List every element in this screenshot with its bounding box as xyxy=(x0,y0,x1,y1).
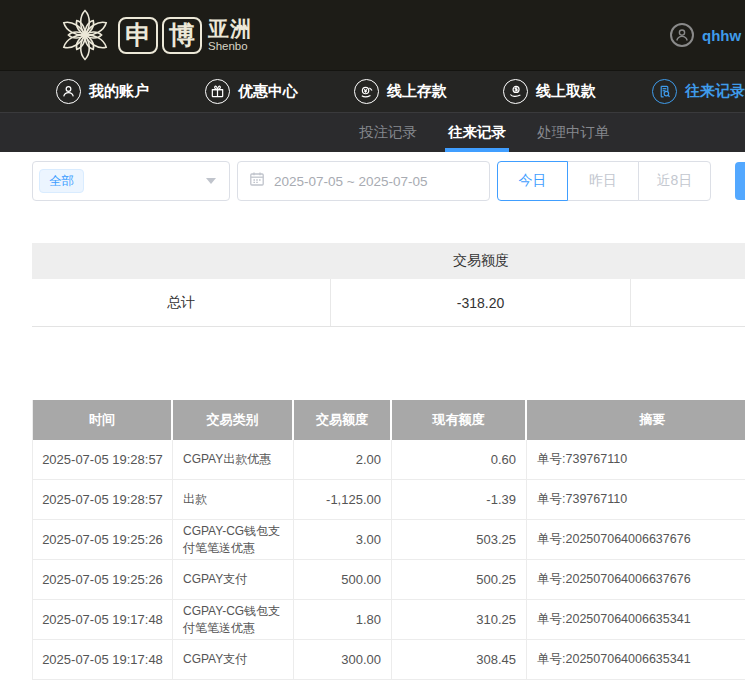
logo-region-text: 亚洲 xyxy=(208,18,252,40)
cell-amount: 500.00 xyxy=(294,560,392,600)
cell-summary: 单号:202507064006635341 xyxy=(527,640,745,680)
record-tabs: 投注记录 往来记录 处理中订单 xyxy=(0,112,745,152)
table-row: 2025-07-05 19:28:57 CGPAY出款优惠 2.00 0.60 … xyxy=(33,440,745,480)
table-row: 2025-07-05 19:25:26 CGPAY-CG钱包支付笔笔送优惠 3.… xyxy=(33,520,745,560)
table-row: 2025-07-05 19:17:48 CGPAY支付 300.00 308.4… xyxy=(33,640,745,680)
cell-balance: 310.25 xyxy=(392,600,527,640)
logo-char-bo: 博 xyxy=(162,17,202,54)
table-header-row: 时间 交易类别 交易额度 现有额度 摘要 xyxy=(33,400,745,440)
cell-balance: 0.60 xyxy=(392,440,527,480)
cell-amount: 1.80 xyxy=(294,600,392,640)
nav-item-online-withdraw[interactable]: 线上取款 xyxy=(503,79,596,104)
site-header: 申 博 亚洲 Shenbo qhhw xyxy=(0,0,745,70)
transactions-table: 时间 交易类别 交易额度 现有额度 摘要 2025-07-05 19:28:57… xyxy=(32,400,745,680)
quick-range-group: 今日 昨日 近8日 xyxy=(497,161,711,201)
summary-table: 交易额度 总计 -318.20 xyxy=(32,243,745,327)
nav-label: 我的账户 xyxy=(89,82,149,101)
nav-item-promotions[interactable]: 优惠中心 xyxy=(205,79,298,104)
summary-total-row: 总计 -318.20 xyxy=(32,279,745,327)
yesterday-button[interactable]: 昨日 xyxy=(567,161,639,201)
cell-balance: -1.39 xyxy=(392,480,527,520)
table-row: 2025-07-05 19:17:48 CGPAY-CG钱包支付笔笔送优惠 1.… xyxy=(33,600,745,640)
cell-summary: 单号:202507064006637676 xyxy=(527,520,745,560)
cell-summary: 单号:202507064006635341 xyxy=(527,600,745,640)
nav-label: 线上存款 xyxy=(387,82,447,101)
cell-time: 2025-07-05 19:25:26 xyxy=(33,560,173,600)
summary-header-spacer xyxy=(631,243,745,279)
tab-betting-records[interactable]: 投注记录 xyxy=(359,113,417,152)
deposit-icon xyxy=(354,79,379,104)
page: 申 博 亚洲 Shenbo qhhw 我的账户 xyxy=(0,0,745,680)
cell-type: 出款 xyxy=(173,480,294,520)
summary-empty-cell xyxy=(631,279,745,326)
table-row: 2025-07-05 19:25:26 CGPAY支付 500.00 500.2… xyxy=(33,560,745,600)
cell-type: CGPAY-CG钱包支付笔笔送优惠 xyxy=(173,600,294,640)
records-icon xyxy=(652,79,677,104)
col-header-balance: 现有额度 xyxy=(392,400,527,440)
cell-summary: 单号:202507064006637676 xyxy=(527,560,745,600)
cell-amount: 2.00 xyxy=(294,440,392,480)
brand-logo[interactable]: 申 博 亚洲 Shenbo xyxy=(56,7,252,63)
today-button[interactable]: 今日 xyxy=(497,161,568,201)
nav-item-transaction-records[interactable]: 往来记录 xyxy=(652,79,745,104)
logo-wordmark: 亚洲 Shenbo xyxy=(208,18,252,52)
cell-summary: 单号:739767110 xyxy=(527,440,745,480)
user-menu[interactable]: qhhw xyxy=(670,0,741,70)
table-row: 2025-07-05 19:28:57 出款 -1,125.00 -1.39 单… xyxy=(33,480,745,520)
summary-total-label: 总计 xyxy=(32,279,331,326)
cell-type: CGPAY支付 xyxy=(173,640,294,680)
nav-item-my-account[interactable]: 我的账户 xyxy=(56,79,149,104)
nav-item-online-deposit[interactable]: 线上存款 xyxy=(354,79,447,104)
nav-label: 往来记录 xyxy=(685,82,745,101)
cell-time: 2025-07-05 19:28:57 xyxy=(33,480,173,520)
cell-time: 2025-07-05 19:25:26 xyxy=(33,520,173,560)
cell-summary: 单号:739767110 xyxy=(527,480,745,520)
summary-header-label: 交易额度 xyxy=(331,243,631,279)
filter-bar: 全部 2025-07-05 ~ 2025-07-05 今日 昨日 近8日 xyxy=(32,161,745,201)
col-header-type: 交易类别 xyxy=(173,400,294,440)
summary-header-row: 交易额度 xyxy=(32,243,745,279)
nav-label: 优惠中心 xyxy=(238,82,298,101)
user-account-icon xyxy=(56,79,81,104)
type-select[interactable]: 全部 xyxy=(32,161,230,201)
cell-time: 2025-07-05 19:17:48 xyxy=(33,600,173,640)
logo-char-shen: 申 xyxy=(118,17,158,54)
cell-time: 2025-07-05 19:28:57 xyxy=(33,440,173,480)
cell-balance: 308.45 xyxy=(392,640,527,680)
tab-transaction-records[interactable]: 往来记录 xyxy=(448,113,506,152)
nav-label: 线上取款 xyxy=(536,82,596,101)
cell-amount: -1,125.00 xyxy=(294,480,392,520)
logo-brand-text: Shenbo xyxy=(208,40,252,52)
cell-time: 2025-07-05 19:17:48 xyxy=(33,640,173,680)
tab-pending-orders[interactable]: 处理中订单 xyxy=(537,113,610,152)
withdraw-icon xyxy=(503,79,528,104)
gift-icon xyxy=(205,79,230,104)
cell-balance: 500.25 xyxy=(392,560,527,600)
summary-total-value: -318.20 xyxy=(331,279,631,326)
date-range-input[interactable]: 2025-07-05 ~ 2025-07-05 xyxy=(237,161,490,201)
cell-type: CGPAY-CG钱包支付笔笔送优惠 xyxy=(173,520,294,560)
query-button[interactable] xyxy=(735,162,745,200)
cell-balance: 503.25 xyxy=(392,520,527,560)
user-avatar-icon xyxy=(670,23,694,47)
summary-header-spacer xyxy=(32,243,331,279)
last-8-days-button[interactable]: 近8日 xyxy=(638,161,711,201)
cell-type: CGPAY支付 xyxy=(173,560,294,600)
col-header-time: 时间 xyxy=(33,400,173,440)
chevron-down-icon xyxy=(206,178,216,184)
date-range-value: 2025-07-05 ~ 2025-07-05 xyxy=(274,174,428,189)
cell-type: CGPAY出款优惠 xyxy=(173,440,294,480)
col-header-summary: 摘要 xyxy=(527,400,745,440)
main-nav: 我的账户 优惠中心 线上存款 xyxy=(0,70,745,112)
calendar-icon xyxy=(249,171,265,191)
cell-amount: 300.00 xyxy=(294,640,392,680)
cell-amount: 3.00 xyxy=(294,520,392,560)
username-text[interactable]: qhhw xyxy=(702,27,741,44)
col-header-amount: 交易额度 xyxy=(294,400,392,440)
selected-type-tag[interactable]: 全部 xyxy=(39,169,84,193)
flower-logo-icon xyxy=(56,7,114,63)
